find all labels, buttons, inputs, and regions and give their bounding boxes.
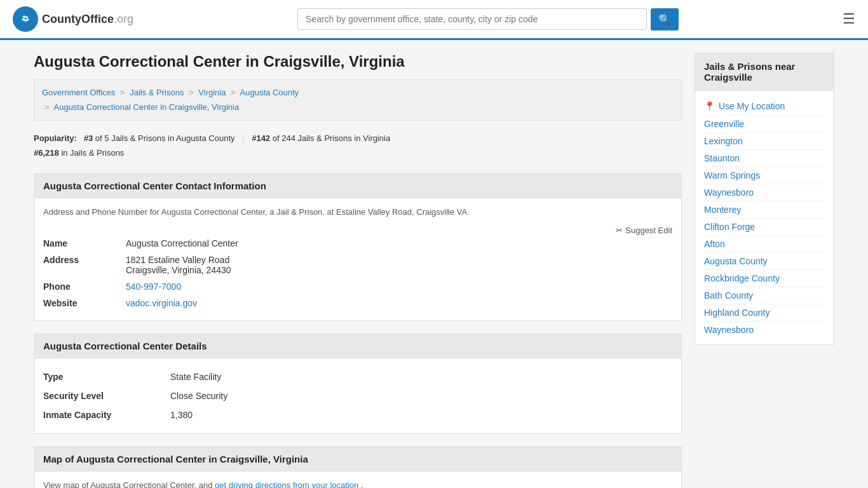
address-value: 1821 Estaline Valley Road Craigsville, V… (126, 252, 672, 278)
rank1-text: of 5 Jails & Prisons in Augusta County (95, 133, 235, 143)
contact-section-header: Augusta Correctional Center Contact Info… (34, 173, 682, 198)
sidebar-link-waynesboro2[interactable]: Waynesboro (704, 325, 754, 335)
name-row: Name Augusta Correctional Center (43, 235, 672, 252)
sidebar: Jails & Prisons near Craigsville 📍 Use M… (695, 53, 834, 488)
phone-row: Phone 540-997-7000 (43, 278, 672, 295)
sidebar-link-clifton-forge[interactable]: Clifton Forge (704, 222, 755, 232)
website-link[interactable]: vadoc.virginia.gov (126, 298, 197, 308)
breadcrumb: Government Offices > Jails & Prisons > V… (34, 79, 682, 121)
website-row: Website vadoc.virginia.gov (43, 295, 672, 311)
sidebar-link-lexington[interactable]: Lexington (704, 136, 743, 146)
hamburger-menu-button[interactable]: ☰ (843, 11, 855, 27)
suggest-edit-link[interactable]: ✂ Suggest Edit (616, 226, 672, 235)
sidebar-link-warm-springs[interactable]: Warm Springs (704, 170, 760, 180)
page-title: Augusta Correctional Center in Craigsvil… (34, 53, 682, 71)
sidebar-body: 📍 Use My Location Greenville Lexington S… (695, 91, 834, 345)
list-item: Augusta County (704, 253, 825, 270)
rank2-number: #142 (252, 133, 270, 143)
list-item: Clifton Forge (704, 219, 825, 236)
capacity-label: Inmate Capacity (43, 405, 170, 424)
breadcrumb-virginia[interactable]: Virginia (198, 88, 226, 97)
phone-link[interactable]: 540-997-7000 (126, 281, 181, 292)
sidebar-link-monterey[interactable]: Monterey (704, 205, 741, 215)
list-item: Bath County (704, 287, 825, 304)
type-row: Type State Facility (43, 367, 672, 386)
map-description: View map of Augusta Correctional Center,… (43, 480, 672, 488)
sidebar-link-staunton[interactable]: Staunton (704, 153, 740, 163)
list-item: Greenville (704, 116, 825, 133)
nearby-locations-list: Greenville Lexington Staunton Warm Sprin… (704, 116, 825, 338)
search-button[interactable]: 🔍 (651, 8, 679, 30)
breadcrumb-augusta-county[interactable]: Augusta County (240, 88, 299, 97)
list-item: Warm Springs (704, 167, 825, 184)
rank3-number: #6,218 (34, 148, 59, 158)
popularity-section: Popularity: #3 of 5 Jails & Prisons in A… (34, 131, 682, 161)
address-label: Address (43, 252, 126, 278)
breadcrumb-jails[interactable]: Jails & Prisons (130, 88, 184, 97)
pipe-1: | (242, 133, 244, 143)
site-header: CountyOffice.org 🔍 ☰ (0, 0, 868, 40)
website-label: Website (43, 295, 126, 311)
map-desc-text: View map of Augusta Correctional Center,… (43, 480, 212, 488)
list-item: Waynesboro (704, 322, 825, 338)
sidebar-link-afton[interactable]: Afton (704, 239, 725, 249)
popularity-label: Popularity: (34, 133, 77, 143)
rank1-number: #3 (84, 133, 93, 143)
details-section-header: Augusta Correctional Center Details (34, 334, 682, 358)
phone-label: Phone (43, 278, 126, 295)
name-label: Name (43, 235, 126, 252)
sidebar-link-highland-county[interactable]: Highland County (704, 308, 770, 318)
breadcrumb-gov-offices[interactable]: Government Offices (42, 88, 115, 97)
capacity-row: Inmate Capacity 1,380 (43, 405, 672, 424)
breadcrumb-sep-4: > (44, 102, 50, 112)
security-label: Security Level (43, 386, 170, 405)
rank3-text: in Jails & Prisons (61, 148, 124, 158)
driving-directions-link[interactable]: get driving directions from your locatio… (215, 480, 358, 488)
type-value: State Facility (170, 367, 672, 386)
search-icon: 🔍 (658, 14, 671, 25)
search-area: 🔍 (297, 8, 679, 30)
breadcrumb-sep-3: > (231, 88, 236, 97)
search-input[interactable] (297, 8, 647, 30)
sidebar-link-rockbridge-county[interactable]: Rockbridge County (704, 273, 780, 283)
type-label: Type (43, 367, 170, 386)
breadcrumb-current[interactable]: Augusta Correctional Center in Craigsvil… (54, 102, 240, 112)
sidebar-link-bath-county[interactable]: Bath County (704, 290, 753, 301)
contact-section-body: Address and Phone Number for Augusta Cor… (34, 198, 682, 321)
security-row: Security Level Close Security (43, 386, 672, 405)
list-item: Rockbridge County (704, 270, 825, 287)
map-desc-end: . (361, 480, 363, 488)
edit-icon: ✂ (616, 226, 623, 235)
use-my-location-link[interactable]: Use My Location (719, 101, 785, 111)
hamburger-icon: ☰ (843, 11, 855, 27)
use-location-item: 📍 Use My Location (704, 97, 825, 116)
contact-description: Address and Phone Number for Augusta Cor… (43, 207, 672, 217)
logo-icon (13, 6, 38, 32)
address-line1: 1821 Estaline Valley Road (126, 255, 229, 265)
sidebar-link-greenville[interactable]: Greenville (704, 119, 744, 129)
list-item: Afton (704, 236, 825, 253)
svg-point-0 (19, 13, 32, 25)
breadcrumb-sep-2: > (189, 88, 194, 97)
website-value: vadoc.virginia.gov (126, 295, 672, 311)
list-item: Lexington (704, 133, 825, 150)
list-item: Monterey (704, 201, 825, 219)
map-section-body: View map of Augusta Correctional Center,… (34, 471, 682, 488)
sidebar-link-waynesboro[interactable]: Waynesboro (704, 187, 754, 198)
details-section-body: Type State Facility Security Level Close… (34, 358, 682, 434)
map-section-header: Map of Augusta Correctional Center in Cr… (34, 447, 682, 471)
suggest-edit-label: Suggest Edit (625, 226, 672, 235)
address-line2: Craigsville, Virginia, 24430 (126, 265, 231, 275)
security-value: Close Security (170, 386, 672, 405)
location-pin-icon: 📍 (704, 101, 715, 111)
content-area: Augusta Correctional Center in Craigsvil… (34, 53, 682, 488)
phone-value: 540-997-7000 (126, 278, 672, 295)
details-table: Type State Facility Security Level Close… (43, 367, 672, 424)
sidebar-link-augusta-county[interactable]: Augusta County (704, 256, 768, 266)
sidebar-header: Jails & Prisons near Craigsville (695, 53, 834, 91)
logo-text: CountyOffice.org (42, 13, 133, 26)
breadcrumb-sep-1: > (120, 88, 125, 97)
capacity-value: 1,380 (170, 405, 672, 424)
list-item: Highland County (704, 304, 825, 322)
main-container: Augusta Correctional Center in Craigsvil… (21, 53, 847, 488)
